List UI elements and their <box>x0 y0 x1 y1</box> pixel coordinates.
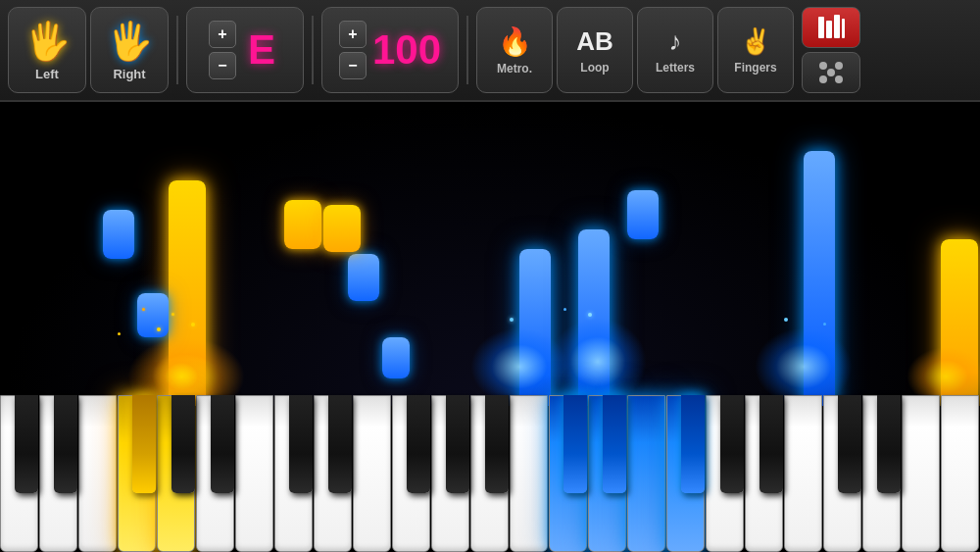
particle-b-3 <box>588 313 592 317</box>
bars-icon <box>816 13 846 42</box>
black-key[interactable] <box>446 395 469 493</box>
note-blue-4 <box>382 337 410 378</box>
piano-area <box>0 102 980 552</box>
left-hand-icon: 🖐 <box>24 20 71 63</box>
key-plus-minus: + − <box>209 21 236 79</box>
blue-long-bar-1 <box>519 249 551 406</box>
black-key[interactable] <box>564 395 587 493</box>
tempo-plus-button[interactable]: + <box>339 21 367 48</box>
white-key[interactable] <box>902 395 940 552</box>
loop-label: Loop <box>580 61 609 75</box>
black-key[interactable] <box>132 395 156 493</box>
particle-b-1 <box>510 318 514 322</box>
key-minus-button[interactable]: − <box>209 52 236 79</box>
particle-y-5 <box>118 332 121 335</box>
black-key[interactable] <box>211 395 234 493</box>
metronome-icon: 🔥 <box>498 25 532 58</box>
note-blue-3 <box>348 254 379 301</box>
black-key[interactable] <box>407 395 430 493</box>
divider-1 <box>176 16 178 84</box>
right-hand-icon: 🖐 <box>107 20 153 63</box>
black-key[interactable] <box>760 395 783 493</box>
divider-2 <box>312 16 314 84</box>
particle-b-2 <box>564 308 566 311</box>
black-key[interactable] <box>720 395 744 493</box>
black-key[interactable] <box>54 395 77 493</box>
loop-icon: AB <box>576 26 613 57</box>
side-button-1[interactable] <box>802 7 860 48</box>
svg-rect-2 <box>834 15 840 38</box>
key-value: E <box>242 26 281 74</box>
note-blue-5 <box>627 190 659 239</box>
svg-point-7 <box>835 62 843 70</box>
letters-icon: ♪ <box>669 26 682 57</box>
svg-point-5 <box>819 75 827 83</box>
black-key[interactable] <box>172 395 195 493</box>
svg-rect-3 <box>842 19 845 38</box>
tempo-control: + − 100 <box>321 7 459 93</box>
black-key[interactable] <box>328 395 352 493</box>
loop-button[interactable]: AB Loop <box>557 7 633 93</box>
yellow-long-bar-left <box>169 180 206 406</box>
fingers-icon: ✌ <box>740 26 771 57</box>
particle-b-4 <box>784 318 788 322</box>
svg-rect-0 <box>818 17 824 38</box>
key-plus-button[interactable]: + <box>209 21 236 48</box>
white-key[interactable] <box>78 395 117 552</box>
note-blue-1 <box>103 210 134 259</box>
particle-y-1 <box>157 327 161 331</box>
black-key[interactable] <box>681 395 705 493</box>
notes-area <box>0 102 980 406</box>
white-key[interactable] <box>235 395 273 552</box>
dots-icon <box>816 58 846 87</box>
black-key[interactable] <box>603 395 626 493</box>
piano-keys <box>0 395 980 552</box>
note-blue-2 <box>137 293 169 337</box>
metronome-label: Metro. <box>497 62 532 75</box>
svg-rect-1 <box>826 21 832 38</box>
black-key[interactable] <box>289 395 313 493</box>
tempo-minus-button[interactable]: − <box>339 52 367 79</box>
fingers-button[interactable]: ✌ Fingers <box>717 7 794 93</box>
black-key[interactable] <box>877 395 901 493</box>
particle-y-2 <box>172 313 174 316</box>
divider-3 <box>466 16 468 84</box>
right-hand-button[interactable]: 🖐 Right <box>90 7 169 93</box>
white-key[interactable] <box>510 395 548 552</box>
metronome-button[interactable]: 🔥 Metro. <box>476 7 553 93</box>
tempo-plus-minus: + − <box>339 21 367 79</box>
key-control: + − E <box>186 7 304 93</box>
svg-point-4 <box>819 62 827 70</box>
yellow-long-bar-right <box>941 239 978 406</box>
side-buttons <box>802 7 860 93</box>
white-key[interactable] <box>627 395 665 552</box>
note-yellow-2 <box>323 205 361 252</box>
side-button-2[interactable] <box>802 52 860 93</box>
letters-button[interactable]: ♪ Letters <box>637 7 713 93</box>
note-yellow-1 <box>284 200 321 249</box>
left-hand-label: Left <box>35 67 59 81</box>
white-key[interactable] <box>784 395 822 552</box>
black-key[interactable] <box>485 395 509 493</box>
blue-long-bar-3 <box>804 151 835 406</box>
tempo-value: 100 <box>372 26 441 74</box>
right-hand-label: Right <box>113 67 145 81</box>
black-key[interactable] <box>838 395 861 493</box>
white-key[interactable] <box>353 395 391 552</box>
svg-point-6 <box>827 69 835 76</box>
toolbar: 🖐 Left 🖐 Right + − E + − 100 🔥 Me <box>0 0 980 102</box>
particle-y-3 <box>142 308 145 311</box>
svg-point-8 <box>835 75 843 83</box>
white-key[interactable] <box>941 395 979 552</box>
particle-b-5 <box>823 323 826 326</box>
particle-y-4 <box>191 323 195 326</box>
letters-label: Letters <box>656 61 695 75</box>
fingers-label: Fingers <box>734 61 776 75</box>
blue-long-bar-2 <box>578 229 610 406</box>
black-key[interactable] <box>15 395 38 493</box>
left-hand-button[interactable]: 🖐 Left <box>8 7 86 93</box>
